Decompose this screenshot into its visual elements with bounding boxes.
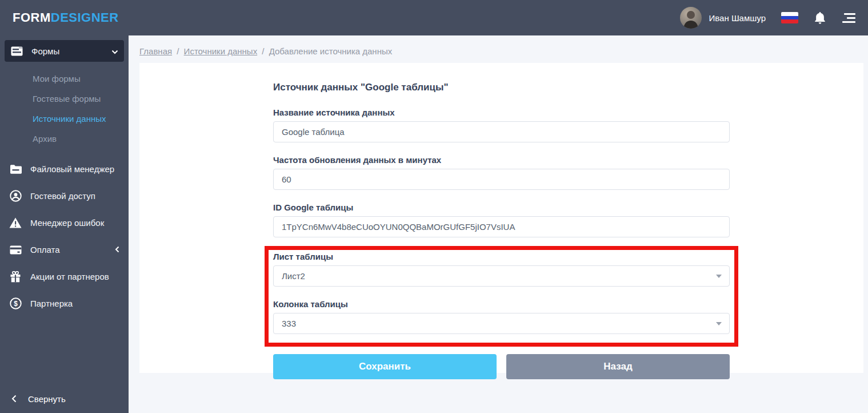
breadcrumb: Главная / Источники данных / Добавление … [129,35,868,56]
sidebar-item-label: Формы [31,46,103,56]
logo-part-designer: DESIGNER [51,10,119,25]
select-value-column[interactable] [273,313,730,334]
field-source-name: Название источника данных [273,108,730,142]
content-card: Источник данных "Google таблицы" Названи… [139,63,863,373]
sidebar-subitem-архив[interactable]: Архив [0,129,129,149]
notifications-bell-icon[interactable] [814,11,826,25]
breadcrumb-separator: / [174,46,182,56]
sidebar-collapse-button[interactable]: Свернуть [0,384,129,413]
credit-card-icon [9,245,22,255]
input-wrap-refresh-frequency [273,169,730,190]
user-avatar[interactable] [680,7,702,29]
form-buttons-row: Сохранить Назад [273,354,730,379]
field-refresh-frequency: Частота обновления данных в минутах [273,155,730,190]
breadcrumb-item-2: Добавление источника данных [269,46,393,56]
warning-icon [9,217,22,228]
russia-flag-icon[interactable] [781,12,798,23]
gift-icon [9,271,22,283]
burger-menu-icon[interactable] [842,13,855,23]
sidebar-subitem-гостевые-формы[interactable]: Гостевые формы [0,89,129,109]
input-google-sheet-id[interactable] [273,216,730,237]
breadcrumb-item-0[interactable]: Главная [139,46,172,56]
field-label-column: Колонка таблицы [273,299,730,309]
input-wrap-google-sheet-id [273,216,730,237]
field-column: Колонка таблицы [273,299,730,334]
chevron-down-icon [111,46,118,56]
chevron-left-icon [115,245,119,255]
chevron-left-icon [11,395,17,403]
field-google-sheet-id: ID Google таблицы [273,202,730,237]
top-bar: FORMDESIGNER Иван Шамшур [0,0,868,35]
field-label-sheet: Лист таблицы [273,252,730,261]
sidebar-item-файловый-менеджер[interactable]: Файловый менеджер [0,156,129,182]
form-icon [10,46,23,56]
field-label-source-name: Название источника данных [273,108,730,117]
field-label-google-sheet-id: ID Google таблицы [273,202,730,212]
sidebar-item-формы[interactable]: Формы [5,40,124,62]
sidebar-item-label: Оплата [30,245,106,255]
input-refresh-frequency[interactable] [273,169,730,190]
sidebar-item-label: Менеджер ошибок [30,218,119,228]
sidebar-item-label: Файловый менеджер [30,164,119,174]
data-source-form: Источник данных "Google таблицы" Названи… [273,63,730,379]
user-name[interactable]: Иван Шамшур [709,13,766,23]
sidebar-submenu: Мои формыГостевые формыИсточники данныхА… [0,66,129,156]
main-area: Главная / Источники данных / Добавление … [129,0,868,373]
save-button[interactable]: Сохранить [273,354,497,379]
highlight-red-box: Лист таблицыКолонка таблицы [265,246,738,347]
burger-lines [842,13,855,23]
user-circle-icon [9,190,22,202]
field-label-refresh-frequency: Частота обновления данных в минутах [273,155,730,165]
form-title: Источник данных "Google таблицы" [273,82,730,93]
flag-stripe-red [781,19,798,23]
back-button[interactable]: Назад [506,354,730,379]
sidebar-subitem-источники-данных[interactable]: Источники данных [0,109,129,129]
dollar-circle-icon: $ [9,297,22,309]
avatar-photo [680,7,702,29]
sidebar-item-label: Гостевой доступ [30,191,119,201]
sidebar-item-партнерка[interactable]: $Партнерка [0,290,129,317]
sidebar-item-оплата[interactable]: Оплата [0,236,129,263]
field-sheet: Лист таблицы [273,252,730,287]
sidebar-item-гостевой-доступ[interactable]: Гостевой доступ [0,182,129,209]
sidebar-item-label: Партнерка [30,299,119,308]
collapse-label: Свернуть [28,394,66,404]
input-source-name[interactable] [273,121,730,142]
breadcrumb-separator: / [259,46,267,56]
sidebar-item-менеджер-ошибок[interactable]: Менеджер ошибок [0,209,129,236]
select-sheet [273,265,730,287]
flag-stripe-white [781,12,798,16]
flag-stripe-blue [781,16,798,20]
sidebar-item-label: Акции от партнеров [30,272,119,281]
bell-glyph [814,11,826,25]
svg-text:$: $ [14,300,18,308]
folder-icon [9,165,22,174]
sidebar: ФормыМои формыГостевые формыИсточники да… [0,35,129,413]
breadcrumb-item-1[interactable]: Источники данных [184,46,258,56]
input-wrap-source-name [273,121,730,142]
sidebar-subitem-мои-формы[interactable]: Мои формы [0,69,129,89]
select-value-sheet[interactable] [273,265,730,287]
logo-part-form: FORM [13,10,51,25]
select-column [273,313,730,334]
app-logo[interactable]: FORMDESIGNER [13,10,119,25]
sidebar-item-акции-от-партнеров[interactable]: Акции от партнеров [0,263,129,290]
